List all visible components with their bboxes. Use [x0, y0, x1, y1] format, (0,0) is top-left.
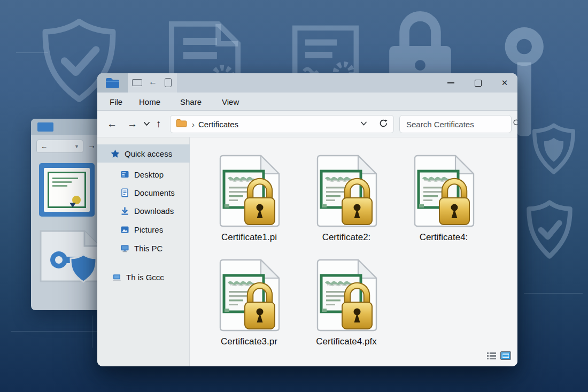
- view-toggles: [487, 351, 511, 362]
- breadcrumb-location[interactable]: Certificates: [198, 120, 238, 129]
- star-icon: [111, 149, 120, 158]
- back-button[interactable]: ←: [107, 111, 117, 137]
- address-folder-icon: [176, 119, 187, 129]
- tab-square-icon[interactable]: [132, 79, 142, 86]
- details-view-button[interactable]: [487, 352, 496, 362]
- sidebar-item-label: Th is Gccc: [126, 273, 164, 282]
- menu-bar: File Home Share View: [97, 93, 517, 111]
- pictures-icon: [120, 225, 129, 234]
- download-arrow-icon: [120, 206, 129, 216]
- sidebar-item-label: Documents: [134, 188, 175, 197]
- sidebar-item-th-is-gccc[interactable]: Th is Gccc: [97, 268, 190, 286]
- certificate-file-icon: [215, 258, 283, 334]
- search-icon: [513, 119, 517, 129]
- file-item[interactable]: Certificate1.pi: [200, 153, 298, 258]
- close-button[interactable]: ✕: [496, 73, 513, 93]
- background-mock-window: ← ▼ →: [31, 119, 106, 310]
- forward-button[interactable]: →: [127, 111, 137, 137]
- file-item[interactable]: Certificate4.pfx: [298, 258, 395, 362]
- computer-icon: [112, 273, 121, 282]
- file-name: Certificate2:: [322, 232, 371, 243]
- sidebar-item-pictures[interactable]: Pictures: [97, 220, 190, 239]
- file-item[interactable]: Certificate2:: [298, 153, 395, 258]
- sparkle-line: [524, 293, 583, 294]
- menu-file[interactable]: File: [110, 93, 122, 111]
- sidebar-item-this-pc[interactable]: This PC: [97, 239, 190, 257]
- sidebar-item-label: Desktop: [134, 170, 164, 179]
- refresh-button[interactable]: [379, 119, 388, 130]
- desktop-icon: [120, 170, 129, 179]
- sidebar-item-quick-access[interactable]: Quick access: [97, 144, 190, 163]
- tab-page-icon[interactable]: [165, 78, 172, 87]
- sparkle-line: [92, 316, 92, 348]
- shield-check-icon: [525, 200, 574, 260]
- window-body: Quick access Desktop Documents Downloads: [97, 137, 517, 366]
- file-name: Certificate4:: [420, 232, 468, 243]
- file-item[interactable]: Certificate3.pr: [200, 258, 298, 362]
- mock-dropdown-icon: ▼: [74, 144, 79, 149]
- padlock-icon: [388, 9, 452, 83]
- up-button[interactable]: ↑: [156, 111, 161, 137]
- search-box[interactable]: [399, 115, 512, 133]
- menu-share[interactable]: Share: [180, 93, 202, 111]
- minimize-button[interactable]: [442, 73, 459, 93]
- mock-address-bar: ← ▼: [36, 140, 83, 153]
- mock-titlebar: [31, 119, 106, 135]
- sidebar-item-downloads[interactable]: Downloads: [97, 202, 190, 220]
- window-titlebar: ← ✕: [97, 73, 517, 93]
- file-name: Certificate4.pfx: [316, 336, 376, 347]
- sidebar-item-label: Pictures: [134, 225, 163, 234]
- certificate-file-icon: [312, 258, 381, 334]
- certificate-preview-icon: [39, 163, 95, 217]
- file-item[interactable]: Certificate4:: [395, 153, 492, 258]
- sidebar-item-label: Quick access: [125, 149, 172, 158]
- document-icon: [120, 188, 129, 197]
- address-dropdown-chevron-icon[interactable]: [360, 119, 367, 129]
- thumbnail-view-button[interactable]: [500, 351, 511, 362]
- shield-badge-icon: [531, 123, 577, 174]
- certificate-gear-icon: [291, 25, 360, 80]
- certificate-file-icon: [215, 153, 283, 229]
- file-name: Certificate3.pr: [221, 336, 277, 347]
- file-list-area: Certificate1.pi Certificate2: [190, 137, 517, 366]
- mock-forward-icon: →: [88, 141, 96, 150]
- mock-window-tab: [37, 122, 53, 132]
- menu-home[interactable]: Home: [139, 93, 160, 111]
- sidebar-item-label: This PC: [134, 244, 163, 253]
- recent-locations-chevron-icon[interactable]: [143, 120, 150, 130]
- sidebar-item-label: Downloads: [134, 206, 174, 216]
- file-explorer-window: ← ✕ File Home Share View ← → ↑ › Certif: [97, 73, 517, 366]
- certificate-file-icon: [312, 153, 381, 229]
- mock-back-icon: ←: [41, 142, 48, 150]
- breadcrumb-separator: ›: [192, 120, 195, 129]
- file-grid: Certificate1.pi Certificate2: [200, 153, 500, 362]
- sidebar-item-documents[interactable]: Documents: [97, 183, 190, 202]
- address-bar[interactable]: › Certificates: [170, 115, 394, 133]
- certificate-file-icon: [409, 153, 478, 229]
- navigation-bar: ← → ↑ › Certificates: [97, 111, 517, 137]
- search-input[interactable]: [406, 120, 513, 129]
- sidebar-item-desktop[interactable]: Desktop: [97, 165, 190, 183]
- menu-view[interactable]: View: [222, 93, 239, 111]
- maximize-button[interactable]: [469, 73, 486, 93]
- monitor-icon: [120, 244, 129, 253]
- file-name: Certificate1.pi: [221, 232, 277, 243]
- sidebar: Quick access Desktop Documents Downloads: [97, 137, 190, 366]
- folder-tab-icon: [105, 78, 119, 90]
- sparkle-line: [16, 52, 48, 53]
- tab-back-arrow-icon[interactable]: ←: [149, 77, 157, 87]
- key-shield-document-icon: [38, 229, 102, 283]
